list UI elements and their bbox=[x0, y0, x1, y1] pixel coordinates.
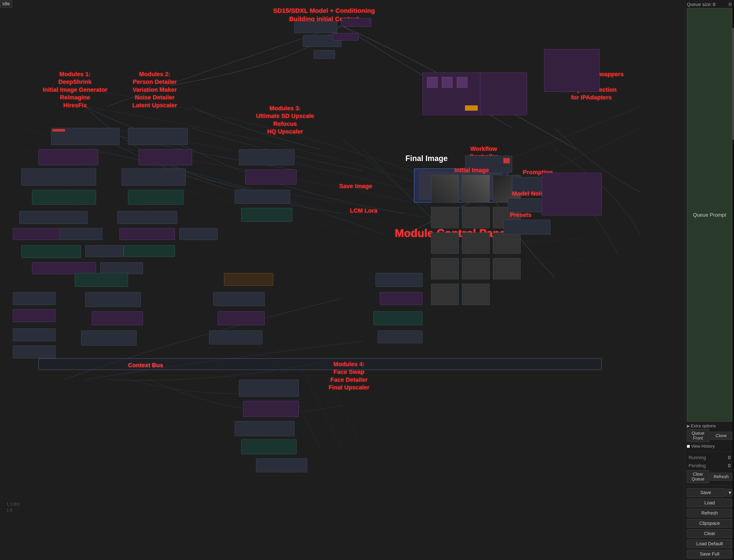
mod2-node-6[interactable] bbox=[119, 228, 175, 240]
mid-node-4[interactable] bbox=[224, 273, 273, 286]
workflow-controller-node[interactable] bbox=[465, 156, 512, 173]
mod1-node-4[interactable] bbox=[32, 190, 96, 205]
mod1-node-2[interactable] bbox=[38, 149, 98, 165]
right-node-1[interactable] bbox=[376, 273, 423, 287]
modules3-label: Modules 3:Ultimate SD UpscaleRefocusHQ U… bbox=[256, 104, 314, 136]
clipspace-button[interactable]: Clipspace bbox=[687, 519, 732, 528]
ipadapters-main[interactable] bbox=[423, 73, 482, 115]
extra-node-3[interactable] bbox=[81, 331, 136, 345]
mod1-node-10[interactable] bbox=[32, 262, 96, 274]
mod1-node-6[interactable] bbox=[13, 228, 66, 240]
clear-refresh-row: Clear Queue Refresh bbox=[687, 470, 732, 483]
thumb-14[interactable] bbox=[462, 284, 490, 305]
thumb-8[interactable] bbox=[462, 232, 490, 254]
extra-options-toggle[interactable]: ▶ bbox=[687, 423, 690, 428]
mod2-node-8[interactable] bbox=[124, 245, 175, 257]
mod4-node-2[interactable] bbox=[243, 401, 299, 417]
mod1-node-5[interactable] bbox=[19, 211, 87, 224]
divider-1 bbox=[687, 452, 732, 452]
refresh-button[interactable]: Refresh bbox=[687, 509, 732, 517]
clear-button[interactable]: Clear bbox=[687, 529, 732, 538]
bg-swappers-node[interactable] bbox=[544, 49, 600, 92]
save-button[interactable]: Save bbox=[687, 488, 725, 497]
thumb-5[interactable] bbox=[462, 207, 490, 228]
extra-options-row: ▶ Extra options bbox=[687, 423, 732, 428]
thumb-1[interactable] bbox=[431, 175, 459, 203]
thumb-12[interactable] bbox=[493, 258, 521, 279]
sidebar: Queue size: 0 ⚙ Queue Prompt ▶ Extra opt… bbox=[685, 0, 734, 560]
thumb-11[interactable] bbox=[462, 258, 490, 279]
extra-node-2[interactable] bbox=[92, 311, 143, 325]
clear-queue-button[interactable]: Clear Queue bbox=[687, 470, 709, 483]
mod3-node-3[interactable] bbox=[235, 190, 290, 204]
extra-node-4[interactable] bbox=[75, 273, 128, 287]
mod3-node-4[interactable] bbox=[241, 208, 292, 222]
modules1-label: Modules 1:DeepShrinkInitial Image Genera… bbox=[43, 70, 107, 109]
mod2-node-4[interactable] bbox=[128, 190, 183, 205]
mod2-node-1[interactable] bbox=[128, 128, 188, 145]
sd-model-node-5[interactable] bbox=[314, 50, 335, 59]
thumb-7[interactable] bbox=[431, 232, 459, 254]
regional-ipadapter-node[interactable] bbox=[480, 73, 527, 115]
save-row: Save ▼ bbox=[687, 488, 732, 497]
clone-button[interactable]: Clone bbox=[710, 432, 733, 440]
pending-status-row: Pending 0 bbox=[687, 462, 732, 469]
load-button[interactable]: Load bbox=[687, 499, 732, 507]
mid-node-2[interactable] bbox=[218, 311, 264, 325]
queue-size-row: Queue size: 0 ⚙ bbox=[687, 2, 732, 7]
mod2-node-5[interactable] bbox=[117, 211, 177, 224]
presets-node[interactable] bbox=[504, 220, 551, 235]
view-history-label: View History bbox=[691, 444, 715, 449]
mod2-node-7[interactable] bbox=[179, 228, 218, 240]
thumb-2[interactable] bbox=[462, 175, 490, 203]
right-node-4[interactable] bbox=[378, 331, 423, 343]
sd-model-node-4[interactable] bbox=[333, 33, 358, 41]
combonat-config-node[interactable] bbox=[542, 173, 602, 215]
final-image-label: Final Image bbox=[406, 154, 448, 164]
thumb-9[interactable] bbox=[493, 232, 521, 254]
thumb-13[interactable] bbox=[431, 284, 459, 305]
info-line1: 1.3 B/s bbox=[6, 501, 20, 507]
mod1-node-11[interactable] bbox=[100, 262, 143, 274]
save-image-label: Save Image bbox=[339, 182, 372, 190]
mid-node-3[interactable] bbox=[209, 331, 262, 344]
running-count: 0 bbox=[728, 455, 731, 460]
mod1-node-9[interactable] bbox=[85, 245, 124, 257]
mod4-node-4[interactable] bbox=[241, 439, 296, 454]
save-dropdown-button[interactable]: ▼ bbox=[725, 489, 732, 497]
queue-prompt-button[interactable]: Queue Prompt bbox=[687, 8, 732, 422]
queue-front-button[interactable]: Queue Front bbox=[687, 429, 709, 442]
refresh-small-button[interactable]: Refresh bbox=[710, 473, 733, 481]
view-history-checkbox[interactable] bbox=[687, 445, 690, 448]
mod2-node-2[interactable] bbox=[139, 149, 192, 165]
mod1-node-1[interactable] bbox=[51, 128, 119, 145]
mod4-node-1[interactable] bbox=[239, 380, 299, 397]
mod2-node-3[interactable] bbox=[122, 168, 186, 186]
mod1-node-8[interactable] bbox=[21, 245, 81, 258]
thumb-10[interactable] bbox=[431, 258, 459, 279]
sd-model-node-2[interactable] bbox=[341, 18, 371, 27]
left-node-2[interactable] bbox=[13, 309, 55, 322]
save-full-button[interactable]: Save Full bbox=[687, 550, 732, 558]
mod1-node-7[interactable] bbox=[60, 228, 102, 240]
sd-model-node-1[interactable] bbox=[294, 21, 337, 33]
right-node-2[interactable] bbox=[380, 292, 423, 305]
mod4-node-5[interactable] bbox=[256, 458, 307, 472]
queue-size-label: Queue size: bbox=[687, 2, 712, 7]
info-line2: 1.8 bbox=[6, 507, 20, 513]
thumb-4[interactable] bbox=[431, 207, 459, 228]
mod3-node-1[interactable] bbox=[239, 149, 294, 165]
sidebar-scrollbar[interactable] bbox=[732, 0, 734, 560]
mod1-node-3[interactable] bbox=[21, 168, 96, 186]
context-bus-box bbox=[38, 358, 602, 370]
load-default-button[interactable]: Load Default bbox=[687, 540, 732, 548]
mod4-node-3[interactable] bbox=[235, 421, 294, 436]
left-node-4[interactable] bbox=[13, 345, 55, 358]
mod3-node-2[interactable] bbox=[245, 170, 296, 184]
left-node-1[interactable] bbox=[13, 292, 55, 305]
running-status-row: Running 0 bbox=[687, 454, 732, 461]
right-node-3[interactable] bbox=[374, 311, 423, 325]
mid-node-1[interactable] bbox=[213, 292, 264, 306]
extra-node-1[interactable] bbox=[85, 292, 141, 307]
left-node-3[interactable] bbox=[13, 328, 55, 341]
